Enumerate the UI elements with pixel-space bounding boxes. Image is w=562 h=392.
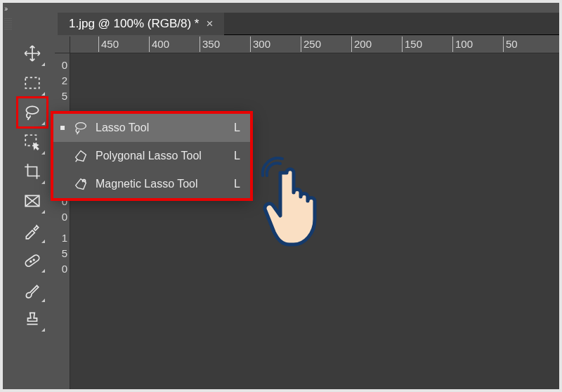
document-tab-title: 1.jpg @ 100% (RGB/8) * [69, 17, 199, 31]
flyout-indicator-icon [41, 181, 45, 184]
svg-point-6 [33, 259, 34, 261]
ruler-tick-label: 1 [62, 232, 67, 244]
panel-expand-handle[interactable]: ›› [3, 3, 13, 389]
document-tabs: 1.jpg @ 100% (RGB/8) * × [58, 13, 559, 35]
svg-point-1 [26, 106, 38, 114]
lasso-icon [23, 103, 41, 122]
flyout-item-shortcut: L [234, 122, 240, 134]
brush-tool[interactable] [18, 275, 47, 304]
ruler-tick-label: 150 [405, 38, 422, 50]
ruler-tick-label: 2 [62, 74, 67, 86]
flyout-indicator-icon [41, 92, 45, 96]
flyout-item-shortcut: L [234, 150, 240, 162]
quick-select-icon [23, 133, 41, 151]
ruler-tick-label: 50 [506, 38, 518, 50]
svg-rect-4 [25, 254, 41, 268]
ruler-tick-label: 100 [455, 38, 473, 50]
ruler-tick-label: 0 [62, 211, 67, 223]
marquee-icon [23, 74, 41, 92]
close-icon[interactable]: × [206, 17, 213, 31]
stamp-icon [23, 310, 41, 328]
ruler-tick-label: 300 [253, 38, 270, 50]
move-icon [23, 44, 41, 63]
svg-rect-0 [25, 77, 39, 88]
lasso-icon [73, 120, 89, 136]
flyout-indicator-icon [41, 210, 45, 214]
ruler-tick-label: 5 [62, 247, 67, 259]
flyout-indicator-icon [41, 63, 45, 66]
healing-tool[interactable] [18, 245, 47, 275]
ruler-origin[interactable] [55, 37, 70, 53]
eyedropper-tool[interactable] [18, 216, 47, 245]
frame-tool[interactable] [18, 186, 47, 216]
svg-point-7 [76, 123, 86, 129]
flyout-indicator-icon [41, 328, 45, 332]
ruler-horizontal[interactable]: 45040035030025020015010050 [70, 37, 559, 53]
flyout-indicator-icon [41, 269, 45, 273]
flyout-item-shortcut: L [234, 178, 240, 190]
stamp-tool[interactable] [18, 304, 47, 334]
move-tool[interactable] [18, 39, 47, 68]
rect-marquee-tool[interactable] [18, 68, 47, 98]
eyedropper-icon [23, 221, 41, 240]
bandage-icon [23, 251, 41, 269]
flyout-indicator-icon [41, 151, 45, 155]
lasso-tool[interactable] [18, 98, 47, 127]
toolbox [16, 39, 48, 389]
ruler-tick-label: 0 [62, 263, 67, 275]
flyout-item-lasso[interactable]: Lasso Tool L [53, 114, 250, 142]
flyout-indicator-icon [41, 122, 45, 125]
ruler-tick-label: 200 [354, 38, 372, 50]
flyout-item-label: Lasso Tool [96, 122, 227, 134]
grip-icon [4, 18, 12, 31]
flyout-indicator-icon [41, 299, 45, 302]
brush-icon [23, 280, 41, 299]
flyout-item-label: Magnetic Lasso Tool [96, 178, 227, 190]
crop-tool[interactable] [18, 157, 47, 186]
ruler-tick-label: 0 [62, 59, 67, 71]
ruler-tick-label: 350 [202, 38, 220, 50]
crop-icon [23, 162, 41, 181]
flyout-item-magnetic-lasso[interactable]: Magnetic Lasso Tool L [53, 170, 250, 198]
flyout-item-label: Polygonal Lasso Tool [96, 150, 227, 162]
active-dot-icon [60, 126, 65, 130]
ruler-vertical[interactable]: 02550100150 [55, 53, 70, 389]
magnetic-lasso-icon [73, 176, 89, 192]
flyout-indicator-icon [41, 240, 45, 243]
canvas[interactable] [70, 53, 559, 389]
flyout-item-polygonal-lasso[interactable]: Polygonal Lasso Tool L [53, 142, 250, 170]
ruler-tick-label: 250 [303, 38, 321, 50]
ruler-tick-label: 400 [152, 38, 169, 50]
ruler-tick-label: 450 [101, 38, 119, 50]
frame-icon [23, 192, 41, 210]
ruler-tick-label: 5 [62, 90, 67, 102]
poly-lasso-icon [73, 148, 89, 164]
quick-select-tool[interactable] [18, 127, 47, 157]
tabbar-empty [224, 13, 559, 35]
document-tab[interactable]: 1.jpg @ 100% (RGB/8) * × [58, 13, 224, 35]
svg-point-5 [30, 261, 32, 262]
lasso-flyout-menu: Lasso Tool L Polygonal Lasso Tool L Magn… [53, 114, 250, 198]
chevron-right-icon: ›› [4, 4, 6, 13]
